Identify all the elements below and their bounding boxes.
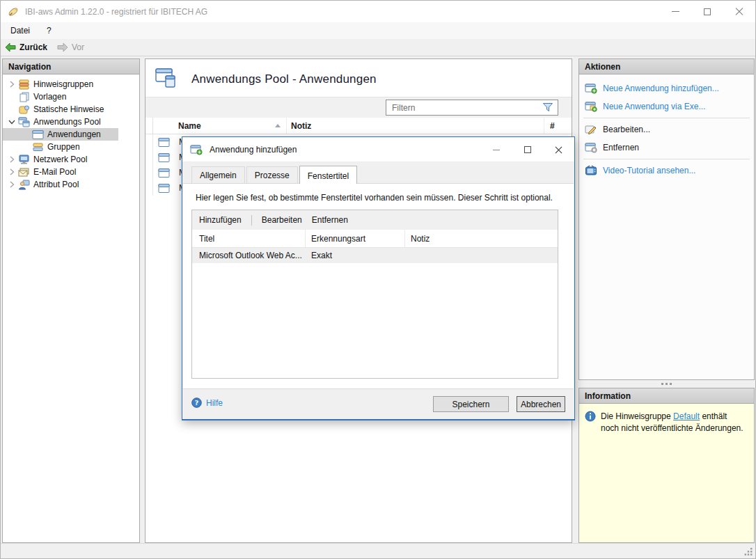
chevron-right-icon[interactable] [6, 81, 18, 88]
action-new-application-via-exe[interactable]: Neue Anwendung via Exe... [579, 98, 754, 115]
tree-item-vorlagen[interactable]: Vorlagen [3, 90, 118, 103]
tree-item-hinweisgruppen[interactable]: Hinweisgruppen [3, 78, 118, 90]
panel-splitter[interactable] [578, 380, 755, 388]
tab-allgemein[interactable]: Allgemein [191, 166, 245, 183]
chevron-right-icon[interactable] [6, 181, 18, 188]
titlebar: IBI-aws Admin 1.22.0 - registriert für I… [1, 1, 755, 22]
chevron-right-icon[interactable] [6, 156, 18, 163]
tree-item-statische-hinweise[interactable]: Statische Hinweise [3, 103, 118, 116]
maximize-icon [704, 8, 711, 15]
action-new-application[interactable]: Neue Anwendung hinzufügen... [579, 80, 754, 97]
remove-button[interactable]: Entfernen [312, 215, 348, 225]
tree-item-anwendungs-pool[interactable]: Anwendungs Pool [3, 116, 118, 128]
actions-separator [583, 159, 750, 159]
column-header-name[interactable]: Name [174, 118, 287, 134]
toolbar-separator [251, 215, 252, 226]
filter-band [145, 97, 572, 118]
fenstertitel-list: Hinzufügen Bearbeiten Entfernen Titel Er… [191, 210, 558, 379]
chevron-down-icon[interactable] [6, 118, 18, 125]
minimize-icon [672, 11, 679, 12]
forward-button[interactable]: Vor [53, 41, 90, 54]
dialog-maximize-button[interactable] [512, 137, 543, 162]
tree-item-attribut-pool[interactable]: Attribut Pool [3, 178, 118, 191]
tab-fenstertitel[interactable]: Fenstertitel [299, 166, 357, 184]
tree-label: Hinweisgruppen [33, 79, 93, 89]
static-notes-icon [18, 104, 30, 115]
filter-box [386, 100, 558, 116]
dialog-footer: ? Hilfe Speichern Abbrechen [182, 388, 574, 419]
tree-label: Anwendungen [47, 129, 101, 139]
back-label: Zurück [19, 42, 47, 52]
question-circle-icon: ? [191, 397, 202, 408]
add-button[interactable]: Hinzufügen [199, 215, 242, 225]
info-circle-icon [585, 411, 596, 542]
dialog-minimize-button[interactable] [480, 137, 512, 162]
dialog-close-button[interactable] [543, 137, 574, 162]
menu-datei[interactable]: Datei [3, 23, 37, 38]
hinweisgruppe-default-link[interactable]: Default [673, 411, 700, 421]
templates-icon [18, 92, 30, 102]
action-edit[interactable]: Bearbeiten... [579, 121, 754, 138]
statusbar [1, 543, 755, 558]
svg-text:?: ? [195, 399, 199, 407]
edit-button[interactable]: Bearbeiten [262, 215, 302, 225]
tree-item-gruppen[interactable]: Gruppen [3, 141, 118, 153]
tree-label: Gruppen [47, 142, 80, 152]
icon-column [153, 118, 174, 134]
tree-label: Anwendungs Pool [33, 117, 101, 127]
dialog-title: Anwendung hinzufügen [210, 145, 297, 155]
app-window-icon [158, 152, 170, 163]
funnel-icon[interactable] [542, 102, 553, 113]
navigation-panel: Navigation Hinweisgruppen [2, 58, 140, 543]
person-icon [18, 180, 30, 190]
maximize-button[interactable] [691, 1, 723, 22]
window-add-exe-icon [585, 101, 597, 112]
window-add-icon [190, 144, 203, 155]
chevron-right-icon[interactable] [6, 168, 18, 175]
tree-item-netzwerk-pool[interactable]: Netzwerk Pool [3, 153, 118, 166]
action-remove[interactable]: Entfernen [579, 139, 754, 156]
filter-input[interactable] [386, 103, 542, 113]
information-header: Information [579, 388, 754, 404]
actions-header: Aktionen [579, 59, 754, 74]
navigation-toolbar: Zurück Vor [1, 39, 755, 56]
tree-item-email-pool[interactable]: E-Mail Pool [3, 166, 118, 178]
action-video-tutorial[interactable]: Video-Tutorial ansehen... [579, 162, 754, 179]
resize-grip-icon[interactable] [744, 547, 753, 556]
minimize-button[interactable] [659, 1, 691, 22]
close-icon [735, 8, 743, 16]
column-header-count[interactable]: # [544, 118, 565, 134]
actions-separator [583, 118, 750, 118]
column-header-notiz[interactable]: Notiz [287, 118, 544, 134]
tree-label: Vorlagen [33, 92, 66, 102]
column-header-titel[interactable]: Titel [192, 230, 306, 247]
list-row[interactable]: Microsoft Outlook Web Ac... Exakt [192, 248, 558, 263]
tree-item-anwendungen[interactable]: Anwendungen [3, 128, 118, 141]
back-button[interactable]: Zurück [1, 41, 53, 54]
app-pool-icon [18, 117, 30, 127]
save-button[interactable]: Speichern [433, 396, 509, 412]
close-icon [555, 146, 562, 154]
column-header-notiz[interactable]: Notiz [405, 230, 558, 247]
list-toolbar: Hinzufügen Bearbeiten Entfernen [192, 210, 558, 230]
window-add-icon [585, 83, 597, 94]
navigation-tree: Hinweisgruppen Vorlagen [3, 74, 139, 191]
tree-label: E-Mail Pool [33, 167, 76, 177]
window-title: IBI-aws Admin 1.22.0 - registriert für I… [25, 7, 207, 17]
menu-help[interactable]: ? [40, 23, 58, 38]
actions-panel: Aktionen Neue Anwendung hinzufügen... [578, 58, 755, 380]
page-title: Anwendungs Pool - Anwendungen [191, 72, 377, 86]
app-window-icon [32, 129, 44, 140]
tree-label: Statische Hinweise [33, 104, 104, 114]
network-icon [18, 155, 30, 165]
arrow-right-gray-icon [57, 42, 68, 52]
close-button[interactable] [723, 1, 755, 22]
minimize-icon [493, 150, 500, 150]
anwendung-hinzufuegen-dialog: Anwendung hinzufügen Allgemein Prozesse … [182, 136, 575, 420]
app-window: IBI-aws Admin 1.22.0 - registriert für I… [0, 0, 756, 559]
help-link[interactable]: ? Hilfe [191, 397, 223, 408]
column-header-erkennungsart[interactable]: Erkennungsart [306, 230, 405, 247]
window-remove-icon [585, 142, 597, 153]
cancel-button[interactable]: Abbrechen [517, 396, 565, 412]
tab-prozesse[interactable]: Prozesse [246, 166, 298, 183]
